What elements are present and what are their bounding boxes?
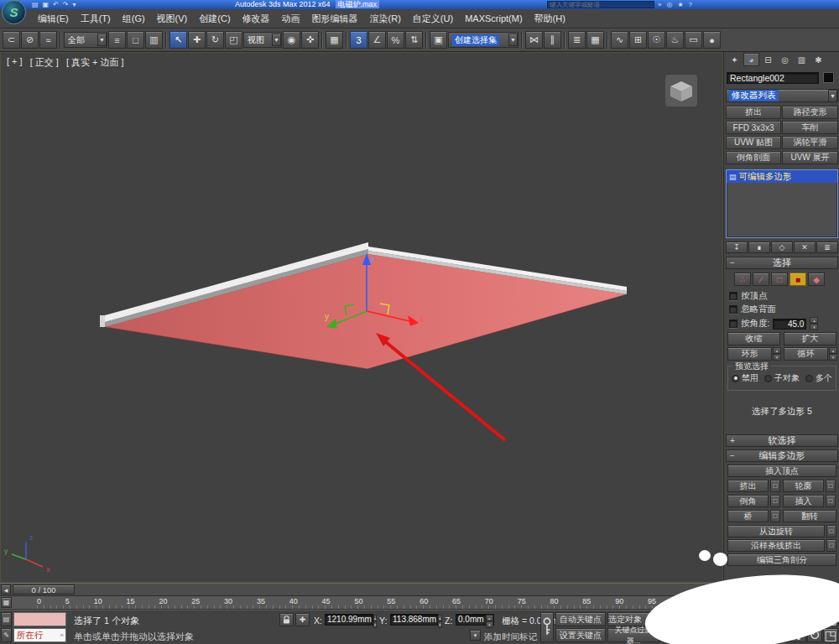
select-by-name-icon[interactable]: ≡ [108, 31, 126, 49]
infocenter-search[interactable] [547, 1, 654, 8]
hinge-settings-icon[interactable]: □ [826, 525, 836, 538]
render-production-icon[interactable]: ● [703, 31, 721, 49]
spinner-up-icon[interactable]: ▴ [829, 347, 837, 354]
by-angle-checkbox[interactable] [729, 319, 737, 328]
named-selection-set-field[interactable]: 创建选择集 ▼ [448, 32, 519, 48]
graphite-modeling-icon[interactable]: ▦ [586, 31, 604, 49]
favorites-icon[interactable]: ★ [677, 0, 683, 9]
inset-button[interactable]: 插入 [783, 495, 824, 507]
menu-maxscript[interactable]: MAXScript(M) [459, 13, 528, 23]
select-and-rotate-icon[interactable]: ↻ [206, 31, 224, 49]
rendered-frame-window-icon[interactable]: ▭ [685, 31, 702, 49]
by-angle-checkbox-row[interactable]: 按角度: 45.0 ▴ ▾ [729, 317, 818, 330]
preview-subobject-radio-row[interactable]: 子对象 [764, 372, 800, 384]
preview-multi-radio[interactable] [805, 375, 813, 382]
modifier-list-dropdown[interactable]: 修改器列表 ▼ [726, 89, 838, 102]
modifier-btn-ffd[interactable]: FFD 3x3x3 [726, 121, 781, 134]
loop-button[interactable]: 循环 [784, 347, 828, 361]
use-pivot-center-icon[interactable]: ◉ [283, 31, 300, 49]
loop-spinner[interactable]: ▴ ▾ [829, 347, 837, 361]
listener-scroll-icon[interactable]: « [60, 631, 65, 639]
save-file-icon[interactable]: ▣ [43, 0, 50, 9]
rollout-soft-selection[interactable]: + 软选择 [726, 434, 838, 447]
material-editor-icon[interactable]: ☉ [648, 31, 665, 49]
communication-center-icon[interactable]: ◎ [666, 0, 672, 9]
bevel-button[interactable]: 倒角 [727, 495, 769, 507]
make-unique-icon[interactable]: ◇ [771, 242, 793, 253]
open-file-icon[interactable]: ▤ [32, 0, 39, 9]
show-end-result-icon[interactable]: ∎ [748, 242, 770, 253]
rectangular-selection-region-icon[interactable]: □ [127, 31, 144, 49]
configure-modifier-sets-icon[interactable]: ≣ [816, 242, 838, 253]
align-icon[interactable]: ∥ [544, 31, 561, 49]
macro-recorder-field[interactable] [13, 612, 66, 626]
select-and-link-icon[interactable]: ⊂ [3, 31, 20, 49]
grow-button[interactable]: 扩大 [784, 332, 836, 345]
extrude-spline-settings-icon[interactable]: □ [826, 539, 836, 552]
bind-to-space-warp-icon[interactable]: ≈ [39, 31, 57, 49]
spinner-snap-icon[interactable]: ⇅ [405, 31, 423, 49]
spinner-up-icon[interactable]: ▴ [438, 615, 442, 621]
add-time-tag[interactable]: 添加时间标记 [484, 631, 537, 643]
hinge-from-edge-button[interactable]: 从边旋转 [727, 525, 825, 538]
menu-views[interactable]: 视图(V) [151, 13, 194, 25]
spinner-down-icon[interactable]: ▾ [373, 621, 378, 628]
menu-rendering[interactable]: 渲染(R) [364, 13, 407, 25]
menu-create[interactable]: 创建(C) [193, 13, 236, 25]
x-spinner[interactable]: ▴▾ [373, 615, 378, 625]
extrude-along-spline-button[interactable]: 沿样条线挤出 [727, 539, 825, 552]
perspective-viewport[interactable]: [ + ] [ 正交 ] [ 真实 + 边面 ] [0, 52, 723, 583]
spinner-down-icon[interactable]: ▾ [438, 621, 442, 628]
curve-editor-icon[interactable]: ∿ [611, 31, 628, 49]
set-key-button[interactable]: 设置关键点 [555, 628, 606, 642]
edit-triangulation-button[interactable]: 编辑三角剖分 [727, 553, 836, 566]
viewport-pov-menu[interactable]: [ 正交 ] [30, 56, 59, 69]
tab-display[interactable]: ▥ [794, 53, 810, 66]
by-vertex-checkbox[interactable] [729, 292, 737, 300]
percent-snap-icon[interactable]: % [387, 31, 404, 49]
spinner-up-icon[interactable]: ▴ [810, 317, 818, 324]
spinner-down-icon[interactable]: ▾ [829, 354, 837, 361]
z-coordinate-field[interactable]: 0.0mm ▴▾ [456, 614, 494, 626]
inset-settings-icon[interactable]: □ [826, 495, 836, 507]
tab-hierarchy[interactable]: ⊟ [760, 53, 776, 66]
y-coordinate-field[interactable]: 113.868mm ▴▾ [390, 614, 439, 626]
spinner-down-icon[interactable]: ▾ [773, 354, 781, 361]
menu-group[interactable]: 组(G) [117, 13, 151, 25]
viewcube[interactable] [665, 75, 697, 106]
spinner-up-icon[interactable]: ▴ [486, 615, 493, 621]
menu-animation[interactable]: 动画 [276, 13, 306, 25]
select-and-manipulate-icon[interactable]: ✜ [301, 31, 319, 49]
set-keys-button[interactable] [540, 612, 554, 642]
object-name-field[interactable] [727, 72, 819, 84]
undo-icon[interactable]: ↶ [53, 0, 59, 9]
outline-button[interactable]: 轮廓 [783, 480, 824, 492]
modifier-btn-lathe[interactable]: 车削 [782, 121, 838, 134]
menu-graph-editors[interactable]: 图形编辑器 [306, 13, 364, 25]
layer-manager-icon[interactable]: ≣ [568, 31, 586, 49]
angle-spinner[interactable]: ▴ ▾ [810, 317, 818, 330]
extrude-button[interactable]: 挤出 [727, 480, 769, 492]
ring-spinner[interactable]: ▴ ▾ [773, 347, 781, 361]
pin-stack-icon[interactable]: ↧ [726, 242, 748, 253]
bridge-button[interactable]: 桥 [727, 510, 769, 522]
spinner-up-icon[interactable]: ▴ [773, 347, 781, 354]
track-bar[interactable]: ▦ 0 5 10 15 20 25 30 35 40 45 50 55 60 6… [0, 596, 723, 610]
spinner-up-icon[interactable]: ▴ [373, 615, 378, 621]
stack-item-editable-poly[interactable]: ▤ 可编辑多边形 [727, 170, 837, 183]
subobject-element-icon[interactable]: ◆ [808, 273, 825, 286]
select-and-scale-icon[interactable]: ◰ [225, 31, 242, 49]
z-spinner[interactable]: ▴▾ [486, 615, 493, 625]
modifier-btn-bevelprofile[interactable]: 倒角剖面 [726, 151, 781, 164]
mini-curve-editor-icon[interactable]: ▦ [1, 597, 12, 608]
selection-filter-dropdown[interactable]: 全部 ▼ [64, 32, 107, 48]
bridge-settings-icon[interactable]: □ [770, 510, 780, 522]
help-icon[interactable]: ? [689, 0, 692, 9]
keyboard-shortcut-override-icon[interactable]: ▦ [326, 31, 343, 49]
maxscript-listener-icon[interactable]: ▤ [1, 612, 12, 626]
selection-lock-icon[interactable] [279, 613, 294, 626]
unlink-selection-icon[interactable]: ⊘ [21, 31, 39, 49]
angle-value-field[interactable]: 45.0 [773, 319, 806, 330]
outline-settings-icon[interactable]: □ [826, 480, 836, 492]
time-slider-prev-icon[interactable]: ◀ [1, 584, 11, 595]
